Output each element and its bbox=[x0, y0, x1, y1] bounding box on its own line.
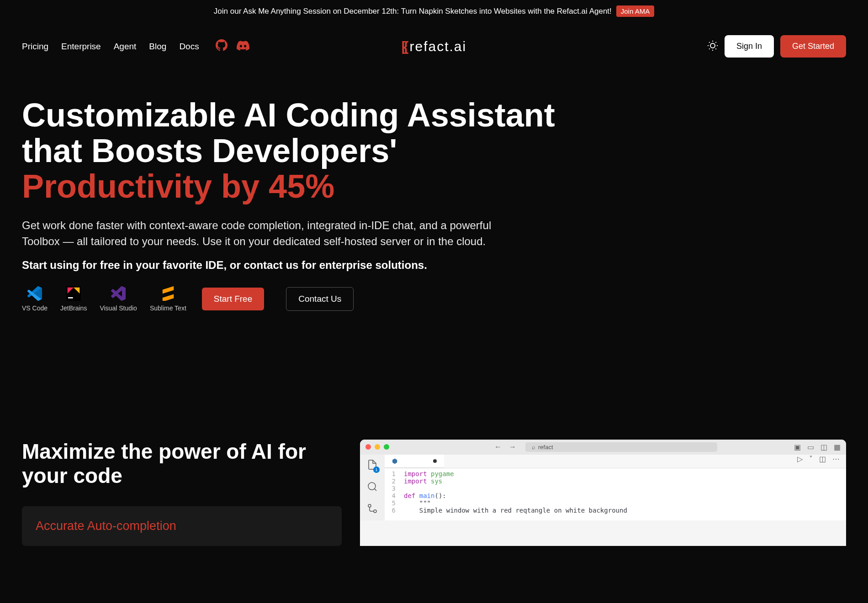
unsaved-dot-icon bbox=[433, 459, 437, 463]
start-free-button[interactable]: Start Free bbox=[202, 288, 264, 310]
discord-icon[interactable] bbox=[237, 39, 249, 54]
minimize-icon[interactable] bbox=[375, 444, 380, 450]
svg-line-3 bbox=[709, 42, 709, 42]
nav-docs[interactable]: Docs bbox=[179, 42, 199, 52]
nav-left: Pricing Enterprise Agent Blog Docs bbox=[22, 39, 249, 54]
announcement-bar: Join our Ask Me Anything Session on Dece… bbox=[0, 0, 868, 22]
nav-enterprise[interactable]: Enterprise bbox=[61, 42, 101, 52]
announcement-text: Join our Ask Me Anything Session on Dece… bbox=[214, 7, 612, 16]
ide-vscode[interactable]: VS Code bbox=[22, 286, 48, 312]
editor-activitybar: 1 bbox=[360, 455, 385, 520]
sign-in-button[interactable]: Sign In bbox=[725, 35, 774, 58]
sidebar-icon[interactable]: ◫ bbox=[820, 443, 827, 451]
svg-point-16 bbox=[368, 504, 371, 507]
svg-line-14 bbox=[375, 488, 376, 490]
split-icon[interactable]: ◫ bbox=[819, 455, 826, 463]
get-started-button[interactable]: Get Started bbox=[780, 35, 846, 58]
jetbrains-icon bbox=[66, 286, 81, 301]
nav-agent[interactable]: Agent bbox=[114, 42, 137, 52]
hero-cta-text: Start using for free in your favorite ID… bbox=[22, 259, 572, 272]
nav-pricing[interactable]: Pricing bbox=[22, 42, 48, 52]
svg-line-8 bbox=[715, 42, 716, 42]
features-section: Maximize the power of AI for your code A… bbox=[0, 312, 868, 546]
sublime-icon bbox=[161, 286, 175, 301]
window-controls bbox=[365, 444, 389, 450]
explorer-icon[interactable]: 1 bbox=[367, 459, 378, 472]
theme-toggle-icon[interactable] bbox=[707, 40, 718, 53]
close-icon[interactable] bbox=[365, 444, 371, 450]
back-icon[interactable]: ← bbox=[494, 443, 502, 451]
github-icon[interactable] bbox=[216, 39, 228, 54]
grid-icon[interactable]: ▦ bbox=[834, 443, 841, 451]
svg-rect-12 bbox=[68, 297, 73, 299]
svg-point-15 bbox=[374, 510, 376, 513]
code-area[interactable]: 1import pygame 2import sys 3 4def main()… bbox=[385, 468, 846, 516]
ide-row: VS Code JetBrains Visual Studio Sublime … bbox=[22, 286, 572, 312]
logo-brackets-icon: [{ bbox=[402, 39, 406, 54]
ide-visualstudio[interactable]: Visual Studio bbox=[100, 286, 137, 312]
ide-sublime[interactable]: Sublime Text bbox=[150, 286, 186, 312]
forward-icon[interactable]: → bbox=[509, 443, 516, 451]
editor-mock: ← → ⌕ refact ▣ ▭ ◫ ▦ 1 bbox=[360, 440, 846, 546]
python-icon: ⬢ bbox=[392, 457, 397, 465]
hero-heading: Customizable AI Coding Assistant that Bo… bbox=[22, 98, 572, 204]
search-icon: ⌕ bbox=[532, 444, 535, 451]
svg-line-4 bbox=[715, 48, 716, 49]
contact-us-button[interactable]: Contact Us bbox=[286, 287, 354, 311]
more-icon[interactable]: ⋯ bbox=[832, 455, 840, 463]
feature-card-autocomplete[interactable]: Accurate Auto-completion bbox=[22, 506, 342, 546]
hero-subtitle: Get work done faster with context-aware … bbox=[22, 218, 502, 250]
main-nav: Pricing Enterprise Agent Blog Docs [{ re… bbox=[0, 22, 868, 70]
editor-titlebar: ← → ⌕ refact ▣ ▭ ◫ ▦ bbox=[360, 440, 846, 455]
vscode-icon bbox=[27, 286, 42, 301]
logo-text: refact.ai bbox=[409, 39, 466, 54]
svg-point-0 bbox=[710, 43, 715, 48]
join-ama-button[interactable]: Join AMA bbox=[616, 5, 654, 17]
panel-icon[interactable]: ▭ bbox=[807, 443, 814, 451]
hero-section: Customizable AI Coding Assistant that Bo… bbox=[0, 70, 594, 312]
visualstudio-icon bbox=[111, 286, 126, 301]
nav-right: Sign In Get Started bbox=[707, 35, 846, 58]
layout-icon[interactable]: ▣ bbox=[794, 443, 801, 451]
ide-jetbrains[interactable]: JetBrains bbox=[60, 286, 87, 312]
explorer-badge: 1 bbox=[373, 467, 380, 473]
feature-card-title: Accurate Auto-completion bbox=[36, 519, 328, 533]
features-heading: Maximize the power of AI for your code bbox=[22, 440, 342, 488]
run-icon[interactable]: ▷ bbox=[797, 455, 803, 463]
search-sidebar-icon[interactable] bbox=[367, 481, 378, 494]
editor-tab-demo[interactable]: ⬢ demo.py bbox=[385, 455, 444, 468]
source-control-icon[interactable] bbox=[367, 503, 378, 516]
svg-line-7 bbox=[709, 48, 709, 49]
svg-point-13 bbox=[368, 482, 376, 490]
nav-blog[interactable]: Blog bbox=[149, 42, 166, 52]
nav-arrows: ← → bbox=[494, 443, 516, 451]
maximize-icon[interactable] bbox=[384, 444, 389, 450]
logo[interactable]: [{ refact.ai bbox=[402, 39, 466, 54]
editor-tabbar: ⬢ demo.py ▷ ˅ ◫ ⋯ bbox=[385, 455, 846, 468]
editor-search[interactable]: ⌕ refact bbox=[525, 442, 717, 452]
run-dropdown-icon[interactable]: ˅ bbox=[809, 455, 813, 463]
